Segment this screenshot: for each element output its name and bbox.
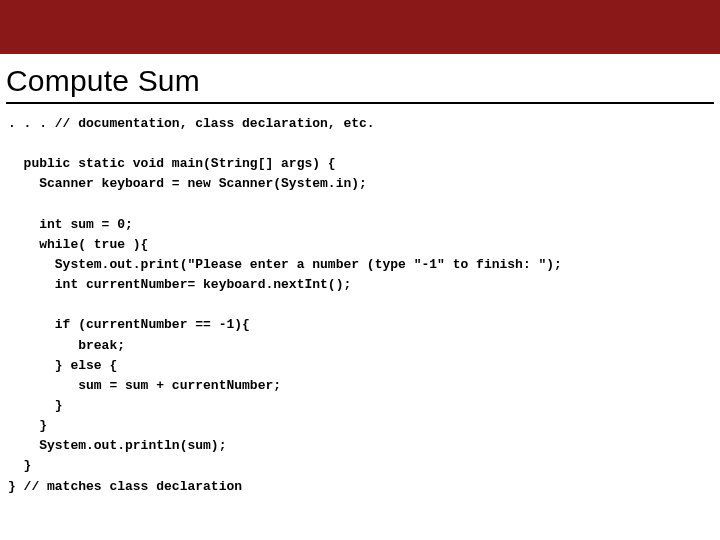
slide-title: Compute Sum [0, 54, 720, 102]
header-bar [0, 0, 720, 54]
title-underline [6, 102, 714, 104]
code-block: . . . // documentation, class declaratio… [0, 114, 720, 497]
